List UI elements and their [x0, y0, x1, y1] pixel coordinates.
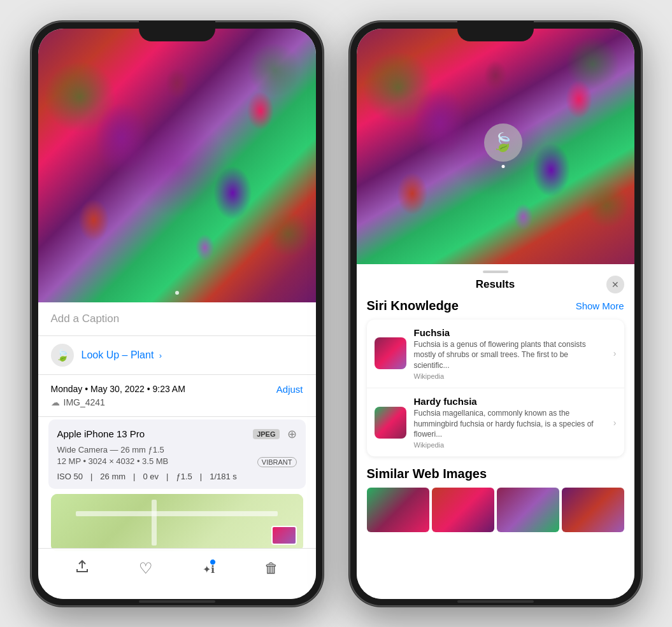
siri-leaf-icon: 🍃: [492, 132, 514, 153]
ev-value: 0 ev: [143, 472, 159, 481]
hardy-source: Wikipedia: [414, 441, 606, 449]
hardy-desc: Fuchsia magellanica, commonly known as t…: [414, 408, 606, 440]
fuchsia-thumbnail: [375, 337, 406, 369]
similar-image-4[interactable]: [562, 488, 624, 532]
results-sheet: Results ✕ Siri Knowledge Show More: [357, 264, 634, 599]
info-button[interactable]: ✦ℹ: [203, 560, 215, 577]
format-row: JPEG ⊕: [253, 427, 296, 441]
map-background: [51, 494, 303, 551]
similar-title: Similar Web Images: [367, 467, 487, 481]
similar-section: Similar Web Images: [367, 467, 624, 532]
left-screen: Add a Caption 🍃 Look Up – Plant › Monday…: [38, 29, 316, 599]
lookup-row[interactable]: 🍃 Look Up – Plant ›: [38, 336, 316, 375]
caption-placeholder[interactable]: Add a Caption: [51, 313, 120, 325]
flower-overlay: [38, 29, 316, 302]
map-photo-thumb: [271, 526, 297, 545]
fuchsia-item[interactable]: Fuchsia Fuchsia is a genus of flowering …: [367, 320, 624, 388]
right-screen: 🍃 Results ✕ Siri Knowledge S: [357, 29, 634, 599]
siri-dot: [501, 165, 504, 168]
sheet-handle: [483, 271, 508, 273]
similar-image-3[interactable]: [497, 488, 559, 532]
map-road-2: [152, 500, 157, 546]
results-title: Results: [476, 278, 515, 291]
delete-button[interactable]: 🗑: [264, 560, 278, 577]
location-icon: ⊕: [287, 427, 297, 441]
camera-detail: Wide Camera — 26 mm ƒ1.5: [57, 445, 297, 454]
map-thumbnail[interactable]: [51, 494, 303, 551]
similar-image-1[interactable]: [367, 488, 429, 532]
phones-container: Add a Caption 🍃 Look Up – Plant › Monday…: [31, 21, 642, 607]
device-card: Apple iPhone 13 Pro JPEG ⊕ Wide Camera —…: [48, 419, 306, 489]
fuchsia-desc: Fuchsia is a genus of flowering plants t…: [414, 339, 606, 371]
chevron-icon: ›: [159, 351, 162, 360]
resolution: 12 MP • 3024 × 4032 • 3.5 MB: [57, 456, 169, 466]
lookup-label: Look Up – Plant ›: [82, 349, 162, 361]
like-button[interactable]: ♡: [139, 560, 153, 577]
knowledge-card: Fuchsia Fuchsia is a genus of flowering …: [367, 320, 624, 457]
photo-area[interactable]: [38, 29, 316, 302]
toolbar: ♡ ✦ℹ 🗑: [38, 548, 316, 599]
meta-section: Monday • May 30, 2022 • 9:23 AM Adjust ☁…: [38, 375, 316, 417]
info-badge-dot: [210, 559, 216, 565]
photo-date: Monday • May 30, 2022 • 9:23 AM: [51, 384, 185, 394]
siri-knowledge-title: Siri Knowledge: [367, 299, 459, 313]
left-phone: Add a Caption 🍃 Look Up – Plant › Monday…: [31, 21, 324, 607]
jpeg-badge: JPEG: [253, 429, 279, 439]
resolution-row: 12 MP • 3024 × 4032 • 3.5 MB VIBRANT: [57, 456, 297, 468]
hardy-info: Hardy fuchsia Fuchsia magellanica, commo…: [414, 396, 606, 449]
close-icon: ✕: [611, 279, 619, 290]
hardy-chevron-icon: ›: [613, 418, 617, 428]
siri-button[interactable]: 🍃: [484, 123, 522, 162]
cloud-icon: ☁: [51, 397, 60, 407]
similar-header: Similar Web Images: [367, 467, 624, 481]
home-bar: [139, 600, 215, 603]
shutter-value: 1/181 s: [210, 472, 237, 481]
exif-row: ISO 50 | 26 mm | 0 ev | ƒ1.5 | 1/181 s: [57, 472, 297, 481]
share-button[interactable]: [75, 560, 89, 577]
device-header-row: Apple iPhone 13 Pro JPEG ⊕: [57, 427, 297, 441]
results-header: Results ✕: [357, 278, 634, 299]
right-phone: 🍃 Results ✕ Siri Knowledge S: [349, 21, 642, 607]
show-more-button[interactable]: Show More: [576, 300, 624, 311]
aperture-value: ƒ1.5: [176, 472, 192, 481]
device-section: Apple iPhone 13 Pro JPEG ⊕ Wide Camera —…: [48, 419, 306, 489]
filename-row: ☁ IMG_4241: [51, 397, 303, 407]
fuchsia-info: Fuchsia Fuchsia is a genus of flowering …: [414, 327, 606, 380]
similar-images-grid: [367, 488, 624, 532]
fuchsia-name: Fuchsia: [414, 327, 606, 338]
right-home-bar: [457, 600, 534, 603]
date-row: Monday • May 30, 2022 • 9:23 AM Adjust: [51, 384, 303, 395]
hardy-fuchsia-item[interactable]: Hardy fuchsia Fuchsia magellanica, commo…: [367, 388, 624, 456]
hardy-thumb-image: [375, 407, 406, 439]
focal-value: 26 mm: [100, 472, 125, 481]
fuchsia-chevron-icon: ›: [613, 348, 617, 358]
photo-background: [38, 29, 316, 302]
page-indicator: [175, 291, 179, 295]
hardy-name: Hardy fuchsia: [414, 396, 606, 407]
filename: IMG_4241: [64, 397, 105, 407]
close-button[interactable]: ✕: [606, 276, 624, 293]
similar-image-2[interactable]: [432, 488, 494, 532]
fuchsia-source: Wikipedia: [414, 372, 606, 380]
adjust-button[interactable]: Adjust: [276, 384, 303, 395]
fuchsia-thumb-image: [375, 337, 406, 369]
siri-knowledge-header: Siri Knowledge Show More: [367, 299, 624, 313]
sparkle-icon: ✦ℹ: [203, 564, 215, 575]
device-name: Apple iPhone 13 Pro: [57, 428, 145, 439]
caption-area[interactable]: Add a Caption: [38, 302, 316, 336]
right-photo-area: 🍃: [357, 29, 634, 264]
vibrant-badge: VIBRANT: [257, 457, 297, 467]
hardy-thumbnail: [375, 407, 406, 439]
iso-value: ISO 50: [57, 472, 83, 481]
results-body: Siri Knowledge Show More Fuchsia Fuchsia…: [357, 299, 634, 599]
map-road-1: [76, 511, 278, 516]
lookup-icon: 🍃: [51, 344, 74, 367]
